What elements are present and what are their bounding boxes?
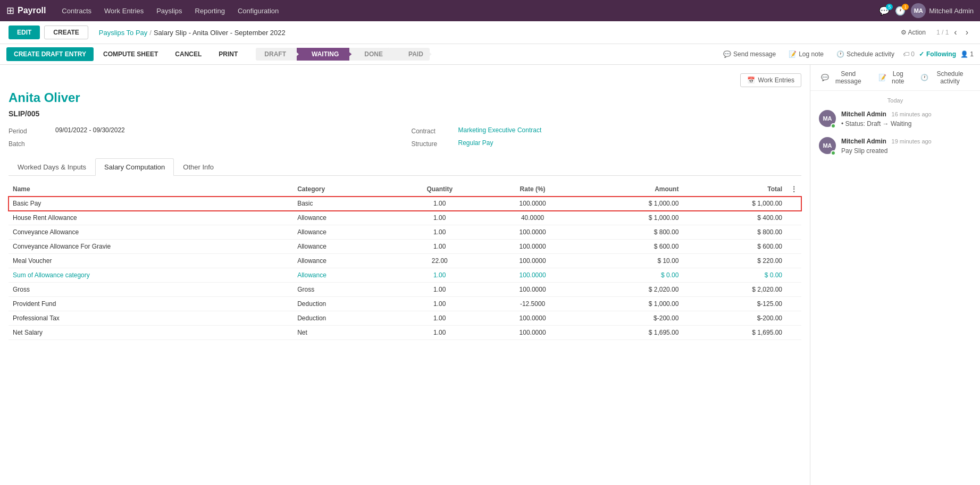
create-button[interactable]: CREATE <box>44 25 88 39</box>
status-dot-1 <box>831 123 836 129</box>
row-more <box>786 326 801 340</box>
tab-other-info[interactable]: Other Info <box>174 158 223 176</box>
action-bar-right: 💬 Send message 📝 Log note 🕐 Schedule act… <box>719 48 974 60</box>
update-icon-wrapper[interactable]: 🕐 1 <box>895 6 906 16</box>
row-more <box>786 240 801 254</box>
row-total: $-200.00 <box>683 311 786 326</box>
check-icon: ✓ <box>919 50 924 58</box>
period-field: Period 09/01/2022 - 09/30/2022 <box>9 126 399 135</box>
content-area: 📅 Work Entries Anita Oliver SLIP/005 Per… <box>0 65 810 485</box>
row-quantity: 1.00 <box>393 311 485 326</box>
row-category: Allowance <box>293 225 393 240</box>
row-amount: $ 1,000.00 <box>580 297 683 311</box>
work-entries-button[interactable]: 📅 Work Entries <box>740 73 801 87</box>
sidebar-controls: 💬 Send message 📝 Log note 🕐 Schedule act… <box>810 65 980 91</box>
nav-next-button[interactable]: › <box>962 27 971 38</box>
user-menu[interactable]: MA Mitchell Admin <box>911 3 974 18</box>
row-quantity: 1.00 <box>393 297 485 311</box>
cancel-button[interactable]: CANCEL <box>167 47 209 61</box>
breadcrumb-separator: / <box>149 29 152 37</box>
nav-configuration[interactable]: Configuration <box>232 5 284 17</box>
breadcrumb-bar: EDIT CREATE Payslips To Pay / Salary Sli… <box>0 21 980 44</box>
row-more <box>786 283 801 297</box>
row-more <box>786 211 801 225</box>
chat-icon-wrapper[interactable]: 💬 5 <box>879 6 890 16</box>
slip-number: SLIP/005 <box>9 109 801 118</box>
row-rate: 100.0000 <box>485 225 580 240</box>
tabs: Worked Days & Inputs Salary Computation … <box>9 158 801 176</box>
sidebar-log-note[interactable]: 📝 Log note <box>874 68 912 87</box>
sidebar-send-message[interactable]: 💬 Send message <box>817 68 870 87</box>
action-button[interactable]: ⚙ Action <box>894 26 932 39</box>
sidebar-send-icon: 💬 <box>821 74 829 81</box>
contract-field: Contract Marketing Executive Contract <box>412 126 802 135</box>
row-rate: 100.0000 <box>485 283 580 297</box>
row-name: Meal Voucher <box>9 254 293 268</box>
row-total: $-125.00 <box>683 297 786 311</box>
row-total: $ 400.00 <box>683 211 786 225</box>
log-note-button[interactable]: 📝 Log note <box>784 48 828 60</box>
row-more <box>786 297 801 311</box>
row-name: Conveyance Allowance For Gravie <box>9 240 293 254</box>
row-more <box>786 225 801 240</box>
row-name: Professional Tax <box>9 311 293 326</box>
col-total: Total <box>683 182 786 197</box>
nav-work-entries[interactable]: Work Entries <box>99 5 149 17</box>
table-row: Meal VoucherAllowance22.00100.0000$ 10.0… <box>9 254 801 268</box>
grid-icon: ⊞ <box>6 5 14 16</box>
row-category: Deduction <box>293 311 393 326</box>
row-total: $ 1,000.00 <box>683 197 786 211</box>
salary-table: Name Category Quantity Rate (%) Amount T… <box>9 182 801 340</box>
tab-worked-days[interactable]: Worked Days & Inputs <box>9 158 95 176</box>
col-name: Name <box>9 182 293 197</box>
nav-reporting[interactable]: Reporting <box>190 5 230 17</box>
status-draft[interactable]: DRAFT <box>256 48 297 61</box>
chat-body-2: Mitchell Admin 19 minutes ago Pay Slip c… <box>841 137 971 156</box>
tab-salary-computation[interactable]: Salary Computation <box>95 158 174 176</box>
send-message-button[interactable]: 💬 Send message <box>719 48 780 60</box>
col-more[interactable]: ⋮ <box>786 182 801 197</box>
following-button[interactable]: ✓ Following <box>919 50 956 58</box>
user-avatar: MA <box>911 3 926 18</box>
period-label: Period <box>9 126 51 135</box>
status-paid[interactable]: PAID <box>393 48 430 61</box>
employee-name: Anita Oliver <box>9 90 801 105</box>
contract-value[interactable]: Marketing Executive Contract <box>458 126 542 134</box>
breadcrumb-parent[interactable]: Payslips To Pay <box>99 29 148 37</box>
row-amount: $ 1,695.00 <box>580 326 683 340</box>
col-rate: Rate (%) <box>485 182 580 197</box>
table-row: Conveyance AllowanceAllowance1.00100.000… <box>9 225 801 240</box>
chat-section: Today MA Mitchell Admin 16 minutes ago •… <box>810 91 980 171</box>
table-row: Basic PayBasic1.00100.0000$ 1,000.00$ 1,… <box>9 197 801 211</box>
row-rate: 100.0000 <box>485 240 580 254</box>
structure-value[interactable]: Regular Pay <box>458 139 493 147</box>
nav-prev-button[interactable]: ‹ <box>951 27 960 38</box>
nav-contracts[interactable]: Contracts <box>56 5 97 17</box>
row-more <box>786 311 801 326</box>
create-draft-button[interactable]: CREATE DRAFT ENTRY <box>6 47 94 61</box>
status-done[interactable]: DONE <box>349 48 393 61</box>
row-name: Basic Pay <box>9 197 293 211</box>
chat-text-1: • Status: Draft → Waiting <box>841 119 971 129</box>
row-more <box>786 197 801 211</box>
table-row: Professional TaxDeduction1.00100.0000$-2… <box>9 311 801 326</box>
sidebar-schedule-activity[interactable]: 🕐 Schedule activity <box>916 68 974 87</box>
row-quantity: 1.00 <box>393 268 485 283</box>
app-grid-icon[interactable]: ⊞ <box>6 5 14 16</box>
row-rate: 100.0000 <box>485 326 580 340</box>
table-row: Net SalaryNet1.00100.0000$ 1,695.00$ 1,6… <box>9 326 801 340</box>
row-name[interactable]: Sum of Allowance category <box>9 268 293 283</box>
edit-button[interactable]: EDIT <box>9 25 40 39</box>
row-quantity: 1.00 <box>393 240 485 254</box>
row-rate: 100.0000 <box>485 254 580 268</box>
status-waiting[interactable]: WAITING <box>297 48 349 61</box>
row-category[interactable]: Allowance <box>293 268 393 283</box>
action-bar: CREATE DRAFT ENTRY COMPUTE SHEET CANCEL … <box>0 44 980 65</box>
table-row: House Rent AllowanceAllowance1.0040.0000… <box>9 211 801 225</box>
col-category: Category <box>293 182 393 197</box>
compute-sheet-button[interactable]: COMPUTE SHEET <box>96 47 165 61</box>
schedule-activity-button[interactable]: 🕐 Schedule activity <box>832 48 899 60</box>
print-button[interactable]: PRINT <box>211 47 245 61</box>
row-total: $ 220.00 <box>683 254 786 268</box>
nav-payslips[interactable]: Payslips <box>151 5 187 17</box>
